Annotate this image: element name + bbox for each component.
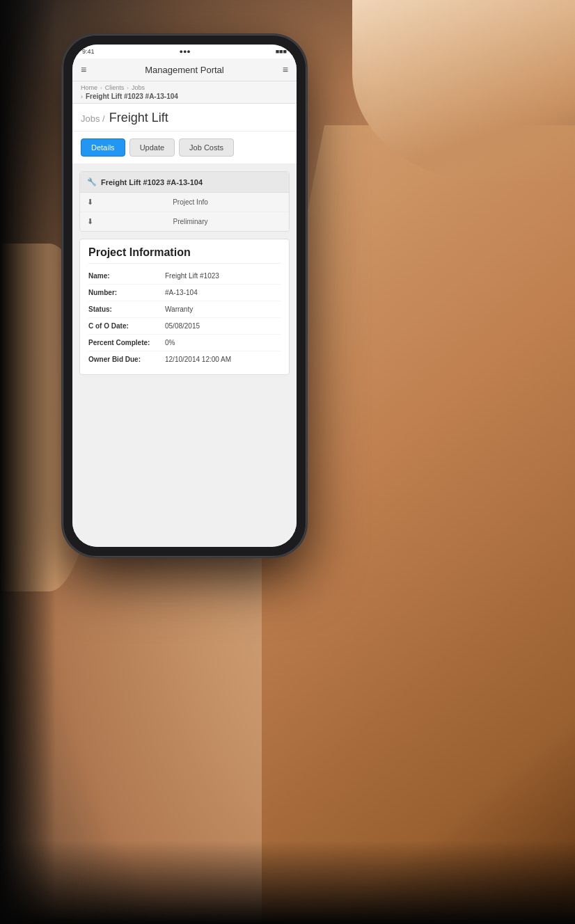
- info-row-status: Status: Warranty: [88, 301, 281, 318]
- info-row-coo-date: C of O Date: 05/08/2015: [88, 318, 281, 335]
- status-label: Status:: [88, 305, 165, 313]
- phone-shell: 9:41 ●●● ■■■ ≡ Management Portal ≡ Home …: [63, 35, 306, 557]
- number-label: Number:: [88, 289, 165, 296]
- job-costs-button[interactable]: Job Costs: [179, 138, 234, 157]
- name-value: Freight Lift #1023: [165, 272, 281, 280]
- status-signal: ●●●: [179, 48, 190, 55]
- update-button[interactable]: Update: [129, 138, 175, 157]
- app-title: Management Portal: [145, 65, 223, 75]
- app-header: ≡ Management Portal ≡: [72, 58, 297, 81]
- owner-bid-due-label: Owner Bid Due:: [88, 356, 165, 363]
- preliminary-label: Preliminary: [99, 218, 282, 225]
- project-information-section: Project Information Name: Freight Lift #…: [79, 239, 290, 375]
- info-row-number: Number: #A-13-104: [88, 285, 281, 301]
- breadcrumb-sep-2: ›: [127, 85, 129, 91]
- breadcrumb-current: › Freight Lift #1023 #A-13-104: [81, 93, 288, 100]
- download-project-info-icon: ⬇: [87, 198, 93, 207]
- page-title-main: Freight Lift: [109, 111, 168, 125]
- page-title-bar: Jobs / Freight Lift: [72, 104, 297, 132]
- breadcrumb-home[interactable]: Home: [81, 84, 97, 91]
- percent-complete-label: Percent Complete:: [88, 339, 165, 346]
- project-info-doc-row[interactable]: ⬇ Project Info: [80, 193, 289, 212]
- phone-device: 9:41 ●●● ■■■ ≡ Management Portal ≡ Home …: [63, 35, 306, 557]
- breadcrumb-clients[interactable]: Clients: [105, 84, 125, 91]
- hamburger-menu-icon[interactable]: ≡: [81, 64, 86, 75]
- info-row-name: Name: Freight Lift #1023: [88, 268, 281, 285]
- breadcrumb-current-label: Freight Lift #1023 #A-13-104: [86, 93, 178, 100]
- breadcrumb-current-arrow: ›: [81, 93, 83, 100]
- download-preliminary-icon: ⬇: [87, 217, 93, 226]
- status-battery: ■■■: [276, 48, 287, 55]
- status-value: Warranty: [165, 305, 281, 313]
- details-button[interactable]: Details: [81, 138, 125, 157]
- job-card-title: Freight Lift #1023 #A-13-104: [101, 178, 203, 186]
- breadcrumb: Home › Clients › Jobs › Freight Lift #10…: [72, 81, 297, 104]
- percent-complete-value: 0%: [165, 339, 281, 346]
- right-menu-icon[interactable]: ≡: [283, 64, 288, 75]
- job-card-header: 🔧 Freight Lift #1023 #A-13-104: [80, 172, 289, 193]
- info-row-percent-complete: Percent Complete: 0%: [88, 335, 281, 351]
- main-content: 🔧 Freight Lift #1023 #A-13-104 ⬇ Project…: [72, 164, 297, 547]
- screen-content: 9:41 ●●● ■■■ ≡ Management Portal ≡ Home …: [72, 45, 297, 547]
- owner-bid-due-value: 12/10/2014 12:00 AM: [165, 356, 281, 363]
- page-title-prefix: Jobs /: [81, 113, 105, 124]
- preliminary-doc-row[interactable]: ⬇ Preliminary: [80, 212, 289, 231]
- job-card: 🔧 Freight Lift #1023 #A-13-104 ⬇ Project…: [79, 171, 290, 232]
- status-bar: 9:41 ●●● ■■■: [72, 45, 297, 58]
- breadcrumb-jobs[interactable]: Jobs: [132, 84, 145, 91]
- phone-screen: 9:41 ●●● ■■■ ≡ Management Portal ≡ Home …: [72, 45, 297, 547]
- coo-date-value: 05/08/2015: [165, 322, 281, 330]
- coo-date-label: C of O Date:: [88, 322, 165, 330]
- wrench-icon: 🔧: [87, 177, 97, 186]
- project-information-title: Project Information: [88, 246, 281, 264]
- number-value: #A-13-104: [165, 289, 281, 296]
- breadcrumb-trail: Home › Clients › Jobs: [81, 84, 288, 91]
- status-time: 9:41: [82, 48, 95, 55]
- project-info-label: Project Info: [99, 198, 282, 206]
- breadcrumb-sep-1: ›: [100, 85, 102, 91]
- name-label: Name:: [88, 272, 165, 280]
- action-buttons-bar: Details Update Job Costs: [72, 132, 297, 164]
- info-row-owner-bid-due: Owner Bid Due: 12/10/2014 12:00 AM: [88, 351, 281, 367]
